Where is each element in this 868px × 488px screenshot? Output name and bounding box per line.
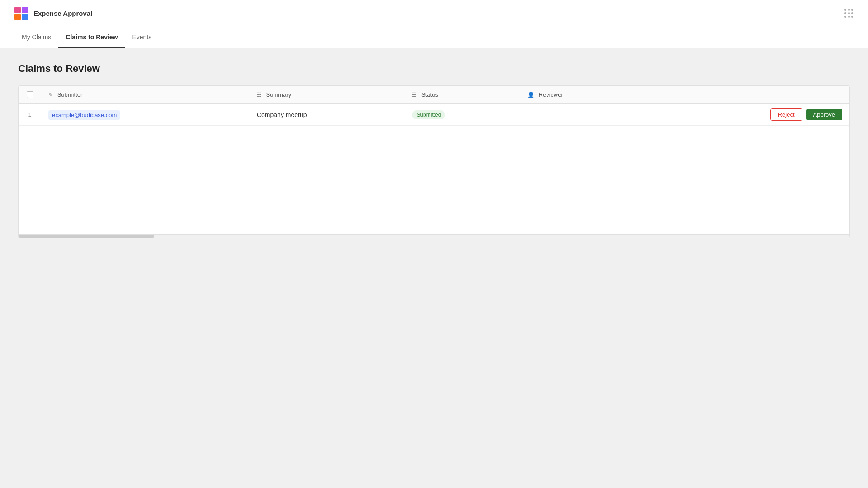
row-summary: Company meetup — [250, 104, 405, 126]
status-badge: Submitted — [412, 110, 445, 119]
nav-events[interactable]: Events — [125, 27, 159, 48]
page-title: Claims to Review — [18, 63, 850, 75]
select-all-checkbox[interactable] — [27, 91, 33, 98]
row-index: 1 — [19, 104, 41, 126]
main-nav: My Claims Claims to Review Events — [0, 27, 868, 48]
table-row: 1 example@budibase.com Company meetup Su… — [19, 104, 849, 126]
app-logo — [14, 7, 28, 20]
claims-table-container: ✎ Submitter ☷ Summary ☰ Status 👤 Reviewe… — [18, 85, 850, 238]
nav-my-claims[interactable]: My Claims — [14, 27, 58, 48]
app-header: Expense Approval — [0, 0, 868, 27]
header-left: Expense Approval — [14, 7, 92, 20]
reject-button[interactable]: Reject — [770, 108, 802, 121]
list-icon: ☰ — [412, 92, 417, 98]
col-reviewer: 👤 Reviewer — [520, 86, 641, 104]
row-submitter: example@budibase.com — [41, 104, 250, 126]
col-actions — [641, 86, 849, 104]
actions-cell: Reject Approve — [648, 108, 842, 121]
person-icon: ✎ — [48, 92, 53, 98]
col-checkbox — [19, 86, 41, 104]
row-reviewer — [520, 104, 641, 126]
col-submitter: ✎ Submitter — [41, 86, 250, 104]
empty-row — [19, 126, 849, 234]
approve-button[interactable]: Approve — [806, 109, 842, 120]
reviewer-person-icon: 👤 — [528, 92, 534, 98]
grid-icon: ☷ — [257, 92, 262, 98]
table-header: ✎ Submitter ☷ Summary ☰ Status 👤 Reviewe… — [19, 86, 849, 104]
app-title: Expense Approval — [33, 9, 92, 17]
horizontal-scrollbar[interactable] — [19, 234, 849, 238]
row-actions: Reject Approve — [641, 104, 849, 126]
col-summary: ☷ Summary — [250, 86, 405, 104]
submitter-email[interactable]: example@budibase.com — [48, 110, 120, 120]
table-body: 1 example@budibase.com Company meetup Su… — [19, 104, 849, 234]
grid-menu-icon[interactable] — [844, 9, 854, 18]
row-status: Submitted — [405, 104, 520, 126]
main-content: Claims to Review ✎ Submitter ☷ — [0, 48, 868, 253]
scrollbar-thumb — [19, 235, 154, 238]
nav-claims-to-review[interactable]: Claims to Review — [58, 27, 125, 48]
claims-table: ✎ Submitter ☷ Summary ☰ Status 👤 Reviewe… — [19, 86, 849, 234]
col-status: ☰ Status — [405, 86, 520, 104]
